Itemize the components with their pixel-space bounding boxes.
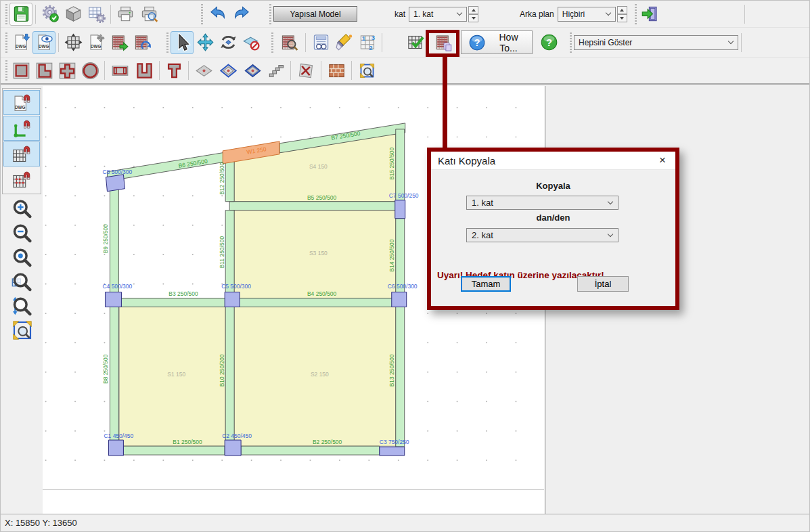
select-tool-icon[interactable] (171, 31, 194, 54)
close-icon[interactable]: × (656, 154, 669, 167)
stairs-icon[interactable] (265, 59, 288, 82)
column-C2[interactable] (225, 440, 241, 456)
target-floor-combo[interactable]: 2. kat (466, 228, 618, 242)
shear-wall-icon[interactable] (294, 59, 318, 82)
building-send-icon[interactable] (108, 31, 131, 54)
toolbar-grip[interactable] (5, 4, 7, 24)
column-C1[interactable] (108, 440, 123, 456)
grid-dot (104, 166, 105, 167)
print-icon[interactable] (114, 3, 137, 26)
undo-icon[interactable] (205, 3, 229, 26)
building-refresh-icon[interactable] (131, 31, 154, 54)
column-C4[interactable] (105, 292, 121, 307)
chevron-down-icon (608, 199, 613, 204)
spin-up-icon[interactable] (617, 6, 627, 14)
report-icon[interactable] (309, 31, 333, 54)
beam-B15[interactable] (396, 129, 405, 200)
beam-T-icon[interactable] (162, 59, 185, 82)
settings-gear-icon[interactable] (39, 3, 62, 26)
beam-B5[interactable] (229, 202, 401, 210)
help-icon[interactable]: ? (538, 31, 560, 54)
arka-plan-spinner[interactable] (617, 6, 627, 22)
column-L-icon[interactable] (32, 59, 55, 82)
solid-model-icon[interactable] (62, 3, 85, 26)
toolbar-grip[interactable] (635, 4, 637, 24)
toolbar-grip[interactable] (269, 4, 271, 24)
no-move-icon[interactable] (240, 31, 263, 54)
save-icon[interactable] (9, 3, 32, 26)
zoom-window-icon[interactable] (9, 318, 36, 342)
brick-wall-icon[interactable] (324, 59, 348, 82)
grid-settings-icon[interactable] (85, 3, 108, 26)
column-rect-icon[interactable] (9, 59, 32, 82)
beam-B10[interactable] (225, 306, 234, 447)
redo-icon[interactable] (229, 3, 254, 26)
dwg-import-icon[interactable]: DWG (9, 31, 32, 54)
beam-B4[interactable] (234, 298, 396, 307)
zoom-out-icon[interactable] (9, 221, 36, 245)
model-mode-button[interactable]: Yapısal Model (273, 6, 357, 22)
beam-icon[interactable] (108, 59, 132, 82)
beam-B11[interactable] (225, 210, 234, 293)
beam-U-icon[interactable] (132, 59, 156, 82)
slab-ribbed-icon[interactable] (240, 59, 265, 82)
beam-B3[interactable] (118, 298, 225, 307)
toolbar-grip[interactable] (5, 60, 7, 81)
snap-object-icon[interactable] (3, 116, 40, 141)
beam-B8[interactable] (110, 306, 118, 447)
toolbar-grip[interactable] (271, 32, 273, 53)
rotate-tool-icon[interactable] (217, 31, 240, 54)
beam-B13[interactable] (396, 306, 405, 447)
zoom-selected-icon[interactable] (9, 245, 36, 269)
cancel-button[interactable]: İptal (577, 276, 629, 292)
spin-down-icon[interactable] (617, 14, 627, 22)
zoom-region-icon[interactable] (355, 59, 379, 82)
column-C6[interactable] (392, 292, 407, 307)
building-search-icon[interactable] (275, 31, 302, 54)
exit-icon[interactable] (639, 3, 662, 26)
grid-move-icon[interactable] (62, 31, 85, 54)
zoom-in-icon[interactable] (9, 196, 36, 221)
ok-button[interactable]: Tamam (461, 276, 511, 292)
dwg-transform-icon[interactable]: DWG (85, 31, 108, 54)
grid-dot (104, 430, 105, 432)
print-preview-icon[interactable] (137, 3, 161, 26)
beam-B1[interactable] (123, 446, 225, 455)
spin-down-icon[interactable] (468, 14, 478, 22)
zoom-extents-icon[interactable] (9, 269, 36, 294)
dialog-titlebar[interactable]: Katı Kopyala × (431, 152, 675, 170)
dwg-view-icon[interactable]: DWG (32, 31, 55, 54)
grid-dot (427, 136, 428, 137)
paint-brush-icon[interactable] (333, 31, 356, 54)
column-C8[interactable] (106, 175, 125, 192)
arka-plan-combo[interactable]: Hiçbiri (558, 7, 616, 22)
display-filter-combo[interactable]: Hepsini Göster (574, 35, 738, 50)
move-tool-icon[interactable] (194, 31, 217, 54)
snap-point-icon[interactable] (3, 167, 40, 192)
source-floor-combo[interactable]: 1. kat (466, 196, 618, 210)
column-C5[interactable] (225, 292, 240, 307)
toolbar-grip[interactable] (570, 32, 572, 53)
kat-spinner[interactable] (468, 6, 478, 22)
beam-B14[interactable] (396, 219, 405, 293)
kat-combo[interactable]: 1. kat (409, 7, 467, 22)
spin-up-icon[interactable] (468, 6, 478, 14)
grid-check-icon[interactable] (403, 31, 428, 54)
grid-numbers-icon[interactable]: 132 (356, 31, 379, 54)
how-to-button[interactable]: ?How To... (461, 30, 533, 54)
beam-B2[interactable] (241, 446, 380, 455)
slab-two-way-icon[interactable] (216, 59, 240, 82)
toolbar-grip[interactable] (201, 4, 203, 24)
zoom-dynamic-icon[interactable] (9, 294, 36, 318)
column-C7[interactable] (395, 200, 405, 219)
toolbar-separator (321, 61, 321, 80)
snap-grid-icon[interactable] (3, 141, 40, 167)
column-circle-icon[interactable] (78, 59, 102, 82)
toolbar-grip[interactable] (166, 32, 168, 53)
toolbar-grip[interactable] (5, 32, 7, 53)
column-C3[interactable] (380, 447, 405, 456)
snap-dwg-icon[interactable]: DWG (3, 90, 40, 115)
beam-B9[interactable] (110, 181, 118, 293)
column-T-icon[interactable] (55, 59, 78, 82)
slab-icon[interactable] (192, 59, 216, 82)
